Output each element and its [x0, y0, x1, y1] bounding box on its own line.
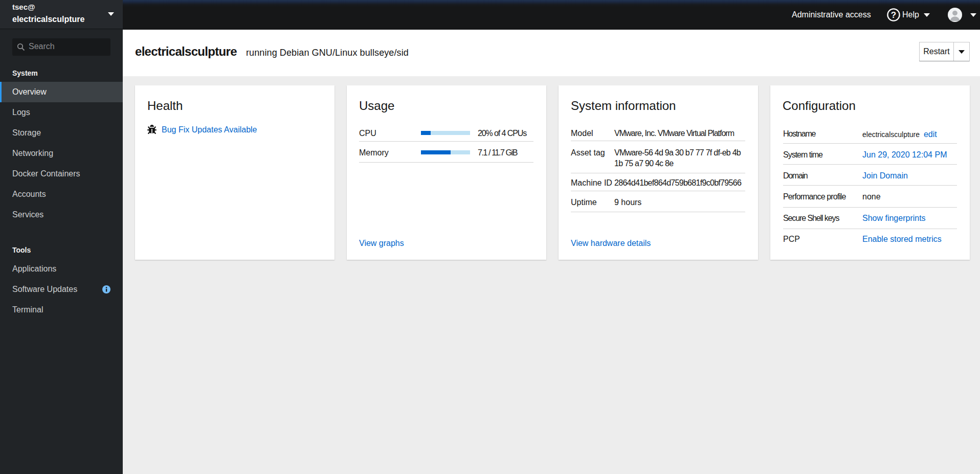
svg-text:?: ?: [891, 10, 896, 20]
